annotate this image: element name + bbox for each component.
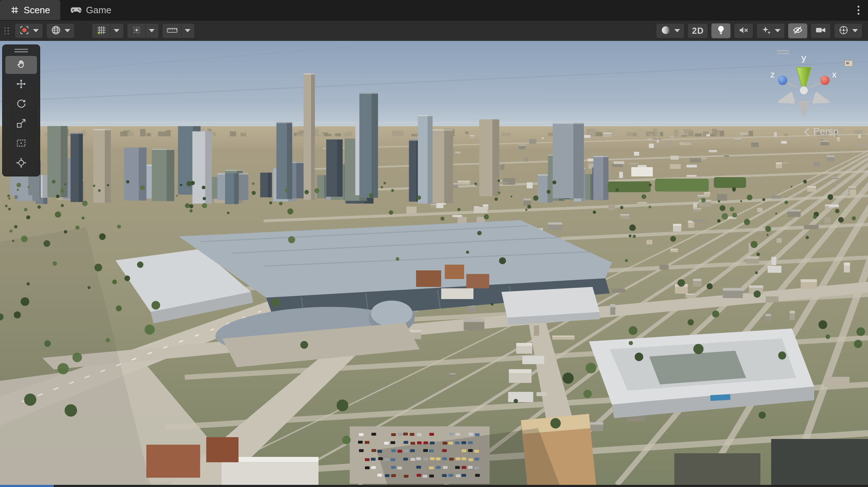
record-dot-icon [19, 25, 30, 37]
snap-settings-arrow[interactable] [145, 24, 155, 38]
chevron-down-icon [185, 29, 190, 32]
globe-icon [51, 25, 61, 37]
scene-render [0, 41, 868, 485]
tool-settings-dropdown[interactable] [15, 23, 43, 38]
orientation-gizmo[interactable]: y x z [763, 46, 845, 121]
gizmo-x-label: x [832, 70, 836, 79]
scene-toolbar: 2D [0, 20, 868, 41]
tab-game[interactable]: Game [60, 0, 122, 20]
tool-palette-overlay [2, 44, 40, 176]
scene-camera-button[interactable] [811, 23, 831, 38]
gizmo-y-label: y [802, 52, 806, 63]
transform-icon [16, 157, 27, 170]
audio-muted-icon [738, 25, 749, 37]
gizmo-x-axis[interactable] [820, 76, 830, 85]
projection-toggle[interactable]: Persp [803, 126, 839, 137]
chevron-down-icon [65, 29, 70, 32]
chevron-left-icon [803, 127, 810, 137]
chevron-down-icon [674, 29, 680, 32]
scale-tool-button[interactable] [5, 115, 37, 133]
view-tool-button[interactable] [5, 56, 37, 74]
gizmos-dropdown[interactable] [834, 23, 862, 38]
effects-dropdown[interactable] [756, 23, 785, 38]
tab-scene-label: Scene [24, 5, 50, 16]
scene-lighting-toggle[interactable] [711, 23, 731, 38]
tab-scene[interactable]: Scene [0, 0, 60, 20]
rotate-icon [16, 98, 27, 110]
snap-grid-icon [131, 25, 142, 37]
grid-icon [10, 5, 19, 15]
scale-icon [16, 118, 27, 130]
sky [0, 41, 868, 129]
shading-mode-dropdown[interactable] [656, 23, 684, 38]
gamepad-icon [70, 6, 82, 14]
move-icon [16, 79, 27, 91]
chevron-down-icon [33, 29, 39, 32]
scene-visibility-toggle[interactable] [788, 23, 807, 38]
chevron-down-icon [775, 29, 780, 32]
overlay-collapsed-icon[interactable] [844, 60, 853, 67]
snap-increment-arrow[interactable] [181, 24, 190, 38]
palette-drag-handle[interactable] [5, 47, 37, 54]
scene-viewport[interactable]: y x z Persp [0, 41, 868, 485]
shaded-sphere-icon [660, 25, 671, 37]
gizmo-negative-axes[interactable] [779, 93, 829, 115]
effects-icon [761, 25, 772, 37]
transform-tool-button[interactable] [5, 155, 37, 172]
view-options-dropdown[interactable] [46, 23, 75, 38]
snap-increment-dropdown[interactable] [162, 23, 195, 38]
gizmo-z-label: z [770, 70, 775, 79]
hand-icon [16, 59, 27, 71]
lightbulb-icon [716, 25, 726, 37]
rect-tool-button[interactable] [5, 135, 37, 153]
kebab-menu-icon[interactable] [855, 4, 862, 16]
gizmo-z-axis[interactable] [778, 76, 787, 85]
camera-icon [815, 25, 826, 37]
grid-visibility-arrow[interactable] [110, 24, 119, 38]
snap-settings-dropdown[interactable] [127, 23, 159, 38]
chevron-down-icon [114, 29, 119, 32]
grid-visibility-icon [96, 25, 107, 37]
chevron-down-icon [149, 29, 155, 32]
gizmo-wheel-icon [838, 25, 849, 37]
view-2d-label: 2D [692, 26, 704, 36]
ruler-icon [166, 25, 178, 37]
rotate-tool-button[interactable] [5, 95, 37, 113]
view-2d-toggle[interactable]: 2D [688, 23, 708, 38]
gizmo-center[interactable] [800, 86, 808, 94]
toolbar-right-group: 2D [656, 23, 864, 38]
window-bottom-edge [0, 485, 868, 487]
grid-visibility-dropdown[interactable] [92, 23, 124, 38]
editor-tab-bar: Scene Game [0, 0, 868, 20]
rect-icon [16, 138, 27, 150]
chevron-down-icon [852, 29, 858, 32]
toolbar-drag-handle[interactable] [4, 27, 9, 34]
projection-label: Persp [813, 126, 839, 137]
eye-hidden-icon [792, 25, 803, 37]
move-tool-button[interactable] [5, 76, 37, 94]
status-accent [0, 485, 54, 487]
tab-game-label: Game [86, 5, 112, 16]
audio-mute-toggle[interactable] [734, 23, 753, 38]
